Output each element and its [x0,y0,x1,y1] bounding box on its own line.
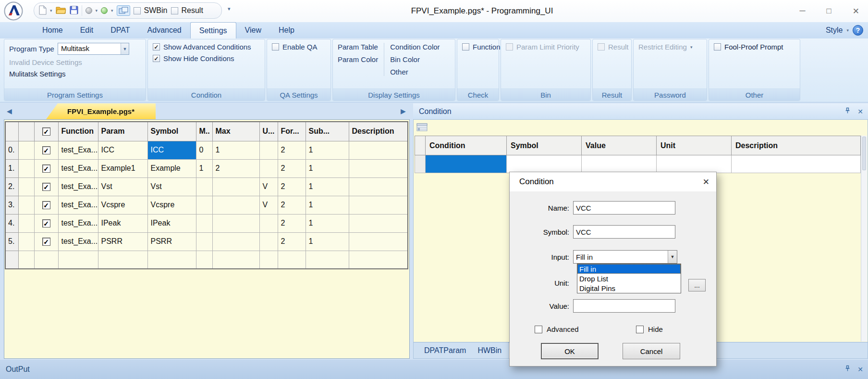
other-button[interactable]: Other [390,68,440,76]
header-symbol: Symbol [507,136,582,155]
app-logo-icon[interactable] [4,1,23,21]
dialog-title: Condition [510,172,716,191]
group-label-other: Other [709,88,800,101]
restrict-editing-dropdown-icon: ▾ [690,45,693,50]
selected-condition-cell[interactable] [426,155,507,173]
row-checkbox[interactable]: ✓ [34,141,58,159]
enable-qa-checkbox[interactable] [272,43,279,51]
condition-dialog: Condition ✕ Name: VCC Symbol: VCC Input:… [509,172,717,366]
tab-home[interactable]: Home [34,22,72,38]
new-document-icon[interactable] [39,5,47,16]
pin-icon[interactable] [844,107,851,116]
result-ribbon-checkbox [598,43,605,51]
input-dropdown-icon[interactable]: ▼ [668,251,677,263]
dialog-close-icon[interactable]: ✕ [703,177,709,187]
param-color-button[interactable]: Param Color [338,55,378,63]
option-drop-list[interactable]: Drop List [577,274,681,283]
tab-dpatparam[interactable]: DPATParam [419,342,471,358]
save-icon[interactable] [70,6,78,16]
minimize-button[interactable]: ─ [799,6,805,16]
header-param: Param [98,122,147,141]
tab-view[interactable]: View [236,22,270,38]
tab-hwbin[interactable]: HWBin [473,342,506,358]
header-function: Function [58,122,98,141]
param-table-button[interactable]: Param Table [338,43,378,51]
option-fill-in[interactable]: Fill in [577,264,681,274]
header-max: Max [212,122,259,141]
swbin-checkbox[interactable] [134,7,141,14]
name-input[interactable]: VCC [573,201,675,215]
value-label: Value: [510,302,573,310]
output-bar: OutPut ✕ [0,360,868,379]
condition-color-button[interactable]: Condition Color [390,43,440,51]
start-run-icon[interactable] [101,7,108,14]
fool-proof-prompt-checkbox[interactable] [714,43,721,51]
cascade-windows-icon[interactable] [117,5,130,16]
condition-table: Condition Symbol Value Unit Description [415,136,861,173]
cancel-button[interactable]: Cancel [623,343,680,359]
stop-run-dropdown-icon[interactable]: ▾ [96,8,98,13]
titlebar: ▾ ▾ ▾ SWBin Result ▾ FPVI_Example.pgs* -… [0,0,868,22]
tab-settings[interactable]: Settings [190,22,236,38]
input-label: Input: [510,253,573,261]
close-button[interactable]: ✕ [853,6,859,16]
param-table: ✓ Function Param Symbol M.. Max U... For… [5,121,408,269]
group-qa-settings: Enable QA QA Settings [267,39,331,101]
symbol-input[interactable]: VCC [573,225,675,239]
selected-cell[interactable]: ICC [147,141,196,159]
unit-browse-button[interactable]: ... [688,279,706,291]
help-icon[interactable]: ? [853,25,863,36]
hide-checkbox[interactable] [636,326,644,333]
vertical-scrollbar[interactable] [861,136,867,341]
new-document-dropdown-icon[interactable]: ▾ [50,8,52,13]
maximize-button[interactable]: □ [826,6,831,16]
input-dropdown-list: Fill in Drop List Digital Pins [577,264,681,293]
panel-close-icon[interactable]: ✕ [857,108,863,115]
document-tab[interactable]: FPVI_Example.pgs* [46,103,156,119]
condition-header-row: Condition Symbol Value Unit Description [415,136,861,155]
select-all-checkbox-cell[interactable]: ✓ [34,122,58,141]
open-file-icon[interactable] [56,6,66,16]
tab-advanced[interactable]: Advanced [139,22,190,38]
tab-scroll-right-icon[interactable]: ▶ [401,107,406,115]
row-checkbox[interactable]: ✓ [34,232,58,251]
ok-button[interactable]: OK [541,343,599,359]
customize-qat-icon[interactable]: ▾ [228,6,231,12]
style-dropdown-icon[interactable]: ▾ [846,28,849,33]
show-hide-conditions-checkbox[interactable]: ✓ [153,55,160,62]
function-checkbox[interactable] [462,43,469,51]
grid-view-icon[interactable] [416,123,428,134]
header-symbol: Symbol [147,122,196,141]
option-digital-pins[interactable]: Digital Pins [577,283,681,293]
tab-scroll-left-icon[interactable]: ◀ [7,107,12,115]
advanced-checkbox[interactable] [535,326,542,333]
group-bin: Param Limit Priority Bin [501,39,591,101]
row-checkbox[interactable]: ✓ [34,159,58,177]
output-close-icon[interactable]: ✕ [857,366,863,373]
program-type-select[interactable]: Multitask ▼ [58,43,129,55]
header-value: Value [582,136,657,155]
program-type-dropdown-icon[interactable]: ▼ [121,43,129,54]
row-checkbox[interactable]: ✓ [34,177,58,196]
start-run-dropdown-icon[interactable]: ▾ [111,8,113,13]
stop-run-icon[interactable] [86,7,92,14]
input-select[interactable]: Fill in ▼ [573,250,677,264]
bin-color-button[interactable]: Bin Color [390,55,440,63]
row-checkbox[interactable]: ✓ [34,214,58,232]
row-checkbox[interactable]: ✓ [34,196,58,214]
show-advanced-conditions-checkbox[interactable]: ✓ [153,43,160,51]
tab-dpat[interactable]: DPAT [102,22,138,38]
unit-label: Unit: [510,279,573,287]
group-display-settings: Param Table Param Color Condition Color … [332,39,455,101]
symbol-label: Symbol: [510,228,573,236]
result-checkbox[interactable] [171,7,178,14]
output-pin-icon[interactable] [844,365,851,374]
tab-help[interactable]: Help [270,22,303,38]
multitask-settings[interactable]: Mulitatsk Settings [9,70,141,78]
style-dropdown[interactable]: Style [826,26,843,35]
tab-edit[interactable]: Edit [72,22,102,38]
param-header-row: ✓ Function Param Symbol M.. Max U... For… [5,122,408,141]
program-type-label: Program Type [9,45,54,53]
value-input[interactable] [573,299,675,313]
group-other: Fool-Proof Prompt Other [709,39,800,101]
